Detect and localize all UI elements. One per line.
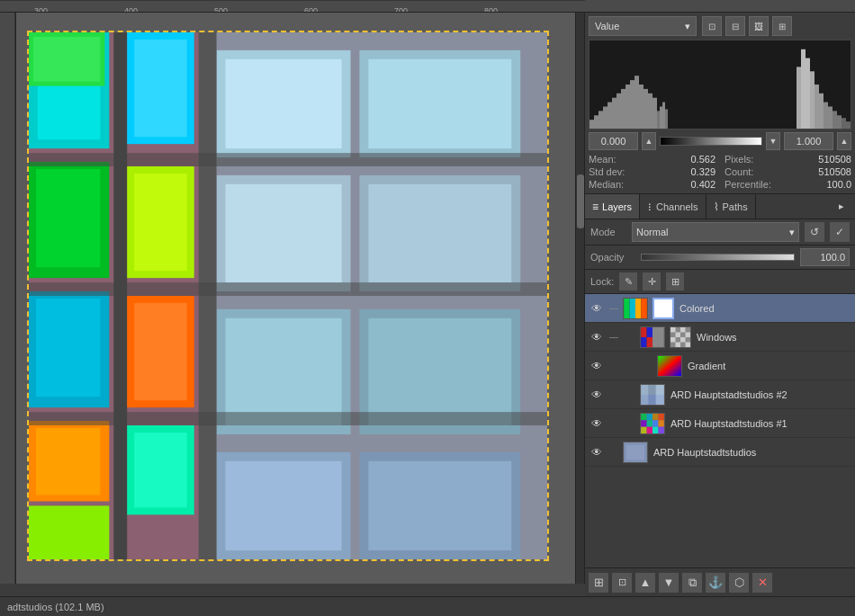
histogram-range-btn-up[interactable]: ▲ — [642, 132, 656, 150]
tab-channels[interactable]: ⫶ Channels — [640, 194, 706, 219]
layer-eye-ard0[interactable]: 👁 — [589, 444, 605, 460]
move-layer-down-btn[interactable]: ▼ — [659, 573, 679, 593]
lock-pixels-btn[interactable]: ✎ — [619, 272, 637, 290]
svg-rect-58 — [648, 94, 652, 129]
histogram-btn-2[interactable]: ⊟ — [725, 16, 745, 36]
lock-all-btn[interactable]: ⊞ — [666, 272, 684, 290]
histogram-btn-4[interactable]: ⊞ — [772, 16, 792, 36]
tab-layers[interactable]: ≡ Layers — [585, 194, 640, 219]
svg-rect-67 — [828, 107, 832, 129]
svg-rect-26 — [368, 318, 511, 425]
svg-rect-48 — [603, 107, 608, 129]
svg-rect-78 — [630, 299, 635, 318]
layer-item-ard2[interactable]: 👁 ARD Hauptsta — [585, 380, 855, 409]
vertical-scrollbar[interactable] — [575, 13, 584, 584]
svg-rect-55 — [634, 76, 639, 129]
histogram-range-btn-up2[interactable]: ▲ — [837, 132, 851, 150]
move-layer-up-btn[interactable]: ▲ — [635, 573, 655, 593]
layer-item-ard1[interactable]: 👁 — [585, 409, 855, 438]
stat-mean-label: Mean: — [589, 154, 616, 165]
layer-item-windows[interactable]: 👁 — — [585, 323, 855, 352]
stat-mean-value: 0.562 — [690, 154, 716, 165]
svg-rect-98 — [641, 385, 648, 395]
svg-rect-61 — [801, 49, 806, 129]
layer-link-windows: — — [608, 329, 620, 345]
stat-median-label: Median: — [589, 179, 624, 190]
tab-paths[interactable]: ⌇ Paths — [706, 194, 756, 219]
lock-position-btn[interactable]: ✛ — [643, 272, 661, 290]
svg-rect-114 — [647, 426, 652, 433]
layers-opacity-row: Opacity — [585, 246, 855, 270]
svg-rect-102 — [648, 395, 655, 405]
layer-eye-windows[interactable]: 👁 — [589, 329, 605, 345]
svg-rect-50 — [612, 98, 616, 129]
svg-rect-24 — [225, 318, 341, 425]
stat-stddev-label: Std dev: — [589, 166, 625, 177]
mode-select[interactable]: Normal ▾ — [632, 222, 799, 242]
layer-item-gradient[interactable]: 👁 — [585, 352, 855, 380]
stat-pixels-label: Pixels: — [724, 154, 753, 165]
canvas-image — [27, 31, 549, 561]
svg-rect-109 — [641, 420, 646, 426]
histogram-dropdown[interactable]: Value ▾ — [589, 16, 697, 36]
layer-item-colored[interactable]: 👁 — Colored — [585, 294, 855, 323]
stat-percentile: Percentile: 100.0 — [724, 179, 851, 190]
layer-link-ard0 — [608, 444, 620, 460]
anchor-layer-btn[interactable]: ⚓ — [706, 573, 725, 593]
mode-value: Normal — [636, 227, 668, 237]
opacity-slider[interactable] — [641, 254, 795, 261]
svg-rect-100 — [656, 385, 664, 395]
layer-name-ard2: ARD Hauptstadtstudios #2 — [668, 389, 851, 400]
svg-rect-116 — [658, 426, 663, 433]
mode-label: Mode — [590, 227, 626, 237]
svg-rect-106 — [647, 414, 652, 420]
svg-rect-95 — [686, 342, 691, 347]
ruler-top: 300 400 500 600 700 800 — [0, 0, 855, 13]
svg-rect-43 — [134, 433, 187, 507]
svg-rect-41 — [134, 303, 187, 400]
new-group-btn[interactable]: ⊞ — [589, 573, 608, 593]
layer-eye-colored[interactable]: 👁 — [589, 300, 605, 317]
layer-thumbnail-ard2 — [640, 384, 665, 406]
new-layer-from-visible-btn[interactable]: ⊡ — [612, 573, 632, 593]
duplicate-layer-btn[interactable]: ⧉ — [682, 573, 702, 593]
svg-rect-20 — [225, 184, 341, 282]
svg-rect-59 — [652, 98, 657, 129]
histogram-range-btn-down[interactable]: ▼ — [766, 132, 780, 150]
stat-count-label: Count: — [724, 166, 753, 177]
histogram-range-min[interactable] — [589, 132, 638, 150]
layer-eye-ard2[interactable]: 👁 — [589, 387, 605, 403]
layer-name-ard0: ARD Hauptstadtstudios — [651, 447, 851, 458]
stat-stddev: Std dev: 0.329 — [589, 166, 716, 177]
channels-tab-label: Channels — [656, 201, 698, 212]
svg-rect-74 — [662, 103, 665, 129]
svg-rect-22 — [368, 184, 511, 282]
lock-label: Lock: — [590, 276, 614, 287]
svg-rect-75 — [665, 109, 668, 129]
histogram-range-row: ▲ ▼ ▲ — [589, 132, 851, 150]
apply-mode-btn[interactable]: ✓ — [830, 222, 850, 242]
reset-mode-btn[interactable]: ↺ — [805, 222, 824, 242]
stat-pixels-value: 510508 — [818, 154, 851, 165]
layer-eye-ard1[interactable]: 👁 — [589, 415, 605, 432]
histogram-range-max[interactable] — [784, 132, 833, 150]
svg-rect-12 — [36, 428, 101, 495]
layer-to-selection-btn[interactable]: ⬡ — [729, 573, 749, 593]
layers-panel: ≡ Layers ⫶ Channels ⌇ Paths ▸ Mode Norma… — [585, 194, 855, 596]
svg-rect-52 — [621, 89, 626, 129]
svg-rect-103 — [656, 395, 664, 405]
layers-tab-label: Layers — [602, 201, 632, 212]
histogram-btn-1[interactable]: ⊡ — [702, 16, 722, 36]
layers-options-btn[interactable]: ▸ — [832, 197, 851, 217]
layer-eye-gradient[interactable]: 👁 — [589, 358, 605, 374]
opacity-input[interactable] — [800, 248, 850, 266]
histogram-area: Value ▾ ⊡ ⊟ 🖼 ⊞ — [585, 13, 855, 194]
histogram-btn-3[interactable]: 🖼 — [749, 16, 769, 36]
layer-item-ard0[interactable]: 👁 ARD Hauptstadtstudios — [585, 438, 855, 467]
layer-name-windows: Windows — [694, 332, 851, 343]
svg-rect-8 — [36, 169, 101, 267]
layer-thumbnail-colored — [623, 298, 648, 319]
delete-layer-btn[interactable]: ✕ — [752, 573, 772, 593]
stat-percentile-value: 100.0 — [826, 179, 851, 190]
svg-rect-37 — [134, 40, 187, 137]
